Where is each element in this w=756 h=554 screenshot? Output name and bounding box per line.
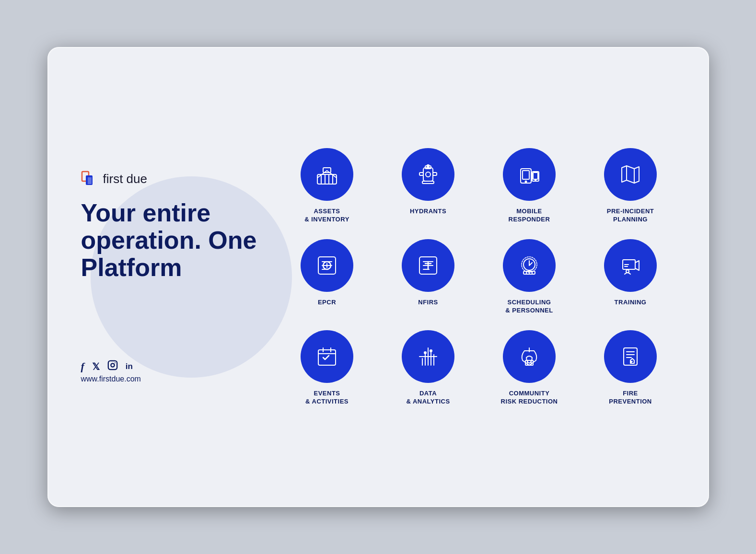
events-icon-circle — [301, 330, 353, 383]
feature-data-analytics: DATA& ANALYTICS — [384, 330, 473, 406]
feature-nfirs: NFIRS — [384, 239, 473, 315]
social-links: f 𝕏 in — [81, 360, 263, 373]
feature-label-scheduling-personnel: SCHEDULING& PERSONNEL — [505, 299, 553, 315]
content-area: first due Your entire operation. One Pla… — [81, 148, 675, 405]
facebook-icon[interactable]: f — [81, 360, 84, 373]
feature-community-risk-reduction: COMMUNITYRISK REDUCTION — [485, 330, 574, 406]
website-link[interactable]: www.firstdue.com — [81, 375, 263, 383]
feature-scheduling-personnel: SCHEDULING& PERSONNEL — [485, 239, 574, 315]
svg-rect-14 — [422, 181, 434, 184]
svg-point-4 — [115, 362, 116, 363]
feature-hydrants: HYDRANTS — [384, 148, 473, 224]
feature-epcr: ePCR — [282, 239, 372, 315]
mobile-icon-circle — [503, 148, 556, 201]
feature-events-activities: EVENTS& ACTIVITIES — [282, 330, 372, 406]
svg-point-31 — [424, 352, 426, 354]
assets-icon-circle — [301, 148, 353, 201]
svg-point-3 — [111, 364, 114, 367]
svg-rect-2 — [108, 361, 117, 369]
community-icon-circle — [503, 330, 556, 383]
svg-point-21 — [535, 180, 536, 181]
headline: Your entire operation. One Platform — [81, 199, 263, 282]
epcr-icon-circle — [301, 239, 353, 292]
svg-rect-12 — [419, 173, 423, 175]
feature-label-events-activities: EVENTS& ACTIVITIES — [305, 390, 349, 406]
map-icon-circle — [604, 148, 657, 201]
feature-label-pre-incident-planning: PRE-INCIDENTPLANNING — [607, 208, 654, 224]
feature-assets-inventory: ASSETS& INVENTORY — [282, 148, 372, 224]
svg-rect-6 — [321, 174, 325, 184]
left-panel: first due Your entire operation. One Pla… — [81, 171, 263, 384]
training-icon-circle — [604, 239, 657, 292]
feature-label-community-risk-reduction: COMMUNITYRISK REDUCTION — [501, 390, 558, 406]
nfirs-icon-circle — [402, 239, 454, 292]
feature-label-assets-inventory: ASSETS& INVENTORY — [304, 208, 349, 224]
feature-training: TRAINING — [586, 239, 675, 315]
linkedin-icon[interactable]: in — [126, 362, 133, 371]
twitter-icon[interactable]: 𝕏 — [92, 361, 100, 372]
svg-rect-7 — [329, 174, 333, 184]
firstdue-logo-icon — [81, 171, 98, 188]
feature-label-fire-prevention: FIREPREVENTION — [609, 390, 652, 406]
features-grid: ASSETS& INVENTORYHYDRANTSMOBILERESPONDER… — [282, 148, 675, 405]
fireprevention-icon-circle — [604, 330, 657, 383]
feature-label-mobile-responder: MOBILERESPONDER — [509, 208, 550, 224]
hydrant-icon-circle — [402, 148, 454, 201]
feature-label-epcr: ePCR — [318, 299, 336, 307]
svg-point-18 — [525, 181, 527, 183]
svg-rect-9 — [423, 168, 433, 181]
feature-fire-prevention: FIREPREVENTION — [586, 330, 675, 406]
analytics-icon-circle — [402, 330, 454, 383]
svg-rect-17 — [523, 171, 529, 179]
svg-point-15 — [426, 172, 430, 177]
instagram-icon[interactable] — [107, 360, 118, 373]
svg-rect-20 — [533, 173, 538, 179]
device-frame: first due Your entire operation. One Pla… — [47, 47, 709, 507]
svg-point-32 — [430, 350, 432, 352]
feature-label-data-analytics: DATA& ANALYTICS — [406, 390, 450, 406]
feature-label-hydrants: HYDRANTS — [410, 208, 446, 216]
scheduling-icon-circle — [503, 239, 556, 292]
logo-area: first due — [81, 171, 263, 188]
feature-label-nfirs: NFIRS — [418, 299, 438, 307]
feature-mobile-responder: MOBILERESPONDER — [485, 148, 574, 224]
svg-rect-13 — [433, 173, 437, 175]
feature-pre-incident-planning: PRE-INCIDENTPLANNING — [586, 148, 675, 224]
logo-text: first due — [103, 172, 148, 186]
feature-label-training: TRAINING — [615, 299, 647, 307]
